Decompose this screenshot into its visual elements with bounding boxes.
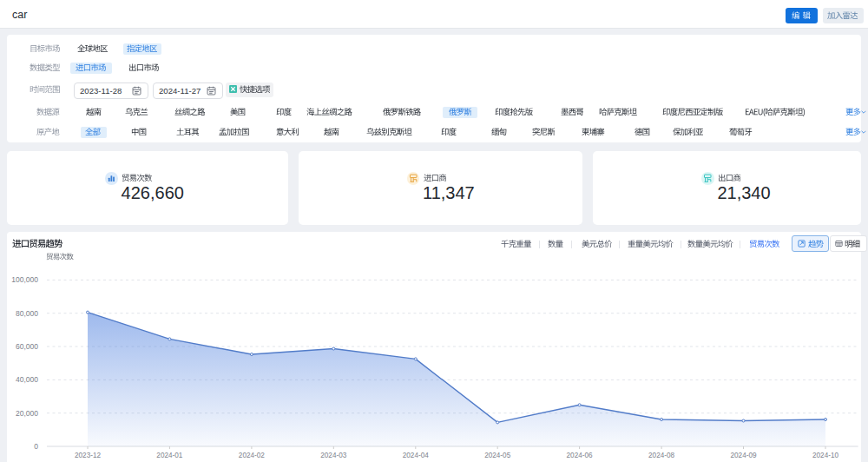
svg-text:20,000: 20,000 (16, 409, 38, 418)
svg-text:2024-05: 2024-05 (484, 452, 510, 459)
svg-text:2024-09: 2024-09 (730, 452, 756, 459)
svg-text:80,000: 80,000 (16, 309, 38, 318)
svg-text:2024-08: 2024-08 (648, 452, 674, 459)
svg-text:40,000: 40,000 (16, 375, 38, 384)
svg-text:2024-01: 2024-01 (156, 452, 182, 459)
svg-text:2024-10: 2024-10 (812, 452, 838, 459)
svg-text:100,000: 100,000 (11, 275, 38, 284)
svg-text:2024-03: 2024-03 (320, 452, 346, 459)
svg-text:2024-06: 2024-06 (567, 452, 593, 459)
svg-text:2024-02: 2024-02 (239, 452, 265, 459)
svg-text:2024-04: 2024-04 (403, 452, 429, 459)
svg-text:60,000: 60,000 (16, 342, 38, 351)
svg-text:2023-12: 2023-12 (75, 452, 101, 459)
svg-text:0: 0 (34, 442, 38, 451)
